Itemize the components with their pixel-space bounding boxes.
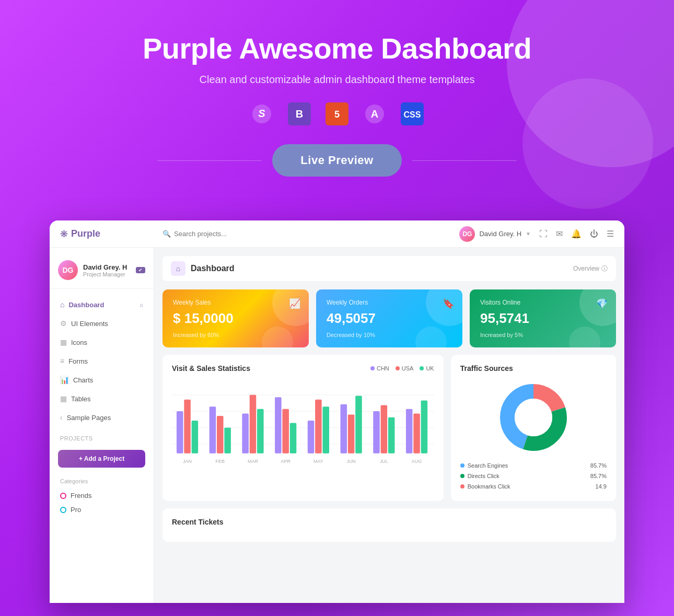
traffic-label-search: Search Engines — [468, 462, 508, 469]
logo-icon: ❋ — [60, 228, 68, 240]
page-header-left: ⌂ Dashboard — [171, 261, 235, 276]
sidebar-category-pro[interactable]: Pro — [60, 503, 143, 517]
mockup-wrapper: ❋ Purple 🔍 DG David Grey. H ▼ ⛶ ✉ 🔔 ⏻ ☰ — [0, 220, 674, 603]
svg-rect-16 — [192, 421, 199, 454]
sidebar-item-tables[interactable]: ▦ Tables — [50, 389, 154, 408]
sidebar-user-role: Project Manager — [83, 271, 127, 277]
icons-nav-icon: ▦ — [60, 338, 67, 346]
sidebar-user-info: David Grey. H Project Manager — [83, 263, 127, 277]
traffic-label-bookmarks: Bookmarks Click — [468, 483, 510, 490]
main-content: ⌂ Dashboard Overview ⓘ 📈 Weekly Sales — [154, 248, 624, 603]
add-project-button[interactable]: + Add a Project — [58, 450, 145, 468]
svg-rect-15 — [184, 400, 191, 454]
legend-dot-uk — [420, 366, 424, 370]
svg-rect-24 — [282, 409, 289, 454]
bell-icon[interactable]: 🔔 — [571, 229, 582, 239]
navbar-username: David Grey. H — [479, 230, 521, 238]
svg-rect-19 — [224, 427, 231, 453]
traffic-dot-direct — [460, 474, 464, 478]
stats-cards-row: 📈 Weekly Sales $ 15,0000 Increased by 60… — [162, 289, 616, 347]
svg-text:JAN: JAN — [183, 459, 192, 464]
hero-title: Purple Awesome Dashboard — [10, 31, 664, 65]
svg-rect-22 — [257, 409, 264, 454]
tech-icons-row: S B 5 A CSS — [10, 102, 664, 125]
weekly-orders-change: Decreased by 10% — [327, 332, 452, 338]
preview-line-right — [412, 160, 517, 161]
menu-icon[interactable]: ☰ — [607, 229, 614, 239]
legend-dot-chn — [370, 366, 375, 370]
svg-text:B: B — [296, 108, 303, 120]
category-label-pro: Pro — [71, 506, 81, 514]
expand-icon[interactable]: ⛶ — [539, 229, 548, 239]
navbar-right-section: DG David Grey. H ▼ ⛶ ✉ 🔔 ⏻ ☰ — [459, 226, 614, 242]
sidebar-item-ui-elements[interactable]: ⚙ UI Elements — [50, 314, 154, 333]
svg-text:AUG: AUG — [412, 459, 422, 464]
bar-chart-header: Visit & Sales Statistics CHN USA — [172, 364, 434, 373]
top-navbar: ❋ Purple 🔍 DG David Grey. H ▼ ⛶ ✉ 🔔 ⏻ ☰ — [50, 220, 624, 248]
sidebar-item-forms[interactable]: ≡ Forms — [50, 352, 154, 370]
legend-dot-usa — [396, 366, 400, 370]
bootstrap-icon: B — [288, 102, 311, 125]
visitors-label: Visitors Online — [480, 299, 606, 306]
svg-rect-25 — [290, 423, 297, 454]
navbar-chevron-icon: ▼ — [526, 231, 531, 237]
page-header-right: Overview ⓘ — [573, 264, 608, 273]
ui-elements-nav-icon: ⚙ — [60, 319, 67, 328]
weekly-orders-label: Weekly Orders — [327, 299, 452, 306]
weekly-sales-label: Weekly Sales — [173, 299, 298, 306]
sidebar-item-label-icons: Icons — [71, 339, 87, 346]
sidebar-item-label-forms: Forms — [68, 357, 88, 365]
search-input[interactable] — [174, 230, 278, 238]
forms-nav-icon: ≡ — [60, 357, 64, 365]
power-icon[interactable]: ⏻ — [590, 229, 598, 239]
preview-line-left — [157, 160, 262, 161]
donut-chart-card: Traffic Sources — [451, 355, 616, 501]
donut-chart-title: Traffic Sources — [460, 364, 513, 373]
svg-rect-36 — [413, 414, 420, 454]
svg-text:S: S — [258, 108, 265, 119]
svg-point-49 — [515, 399, 552, 436]
svg-text:JUN: JUN — [346, 459, 355, 464]
legend-label-uk: UK — [426, 365, 434, 371]
sidebar-item-dashboard[interactable]: ⌂ Dashboard ⌂ — [50, 295, 154, 314]
svg-rect-37 — [421, 401, 428, 454]
sidebar-item-sample-pages[interactable]: ‹ Sample Pages — [50, 408, 154, 427]
svg-rect-32 — [373, 411, 380, 454]
traffic-item-bookmarks: Bookmarks Click 14.9 — [460, 481, 607, 492]
svg-rect-30 — [348, 414, 355, 453]
bar-chart-title: Visit & Sales Statistics — [172, 364, 250, 373]
categories-label: Categories — [60, 478, 143, 484]
sidebar-category-frends[interactable]: Frends — [60, 489, 143, 503]
live-preview-button[interactable]: Live Preview — [272, 144, 401, 177]
bar-chart-svg: JAN FEB MAR APR MAY JUN JUL AUG — [172, 381, 434, 470]
svg-text:A: A — [371, 108, 378, 120]
svg-text:CSS: CSS — [404, 110, 421, 119]
svg-rect-26 — [308, 421, 315, 454]
dashboard-nav-indicator: ⌂ — [140, 302, 143, 308]
mail-icon[interactable]: ✉ — [556, 229, 563, 239]
svg-rect-23 — [275, 397, 282, 454]
navbar-search-area[interactable]: 🔍 — [162, 230, 451, 238]
sidebar-item-icons[interactable]: ▦ Icons — [50, 333, 154, 352]
sidebar-user-badge: ✔ — [136, 267, 145, 273]
svg-text:FEB: FEB — [216, 459, 225, 464]
recent-tickets-card: Recent Tickets — [162, 508, 616, 542]
sass-icon: S — [250, 102, 273, 125]
search-icon: 🔍 — [162, 230, 171, 238]
svg-rect-18 — [217, 416, 224, 454]
sidebar-categories-section: Categories Frends Pro — [50, 472, 154, 521]
sidebar-item-label-ui: UI Elements — [71, 320, 108, 328]
recent-tickets-title: Recent Tickets — [172, 518, 607, 526]
weekly-sales-change: Increased by 60% — [173, 332, 298, 338]
traffic-dot-bookmarks — [460, 484, 464, 489]
traffic-value-bookmarks: 14.9 — [596, 483, 607, 490]
donut-chart-svg — [497, 381, 570, 454]
sidebar-item-charts[interactable]: 📊 Charts — [50, 370, 154, 389]
charts-nav-icon: 📊 — [60, 376, 69, 384]
page-header-icon: ⌂ — [171, 261, 185, 276]
sidebar-projects-section: Projects — [50, 427, 154, 446]
svg-text:JUL: JUL — [380, 459, 388, 464]
sidebar: DG David Grey. H Project Manager ✔ ⌂ Das… — [50, 248, 154, 603]
svg-text:MAY: MAY — [313, 459, 323, 464]
sidebar-item-label-dashboard: Dashboard — [68, 301, 104, 309]
